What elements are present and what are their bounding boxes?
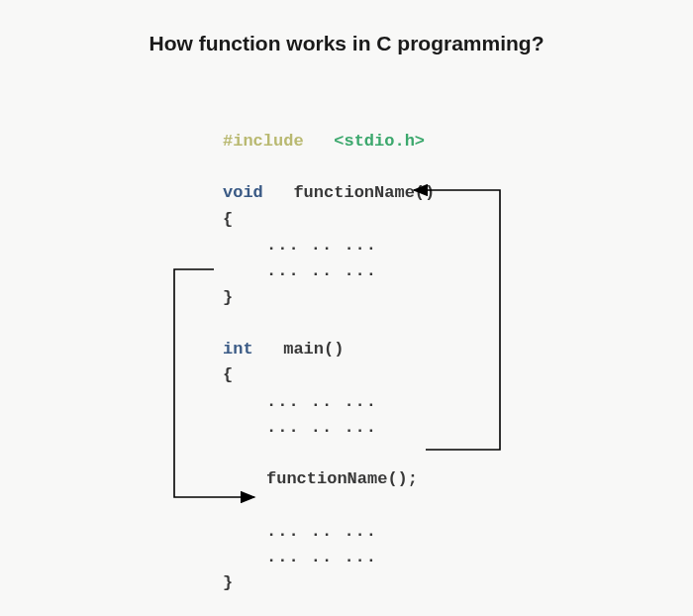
code-line-fn-decl: void functionName() — [223, 180, 435, 206]
code-line-open-brace-1: { — [223, 207, 435, 233]
code-line-main-body-4: ... .. ... — [223, 545, 435, 570]
code-line-fn-call: functionName(); — [223, 466, 435, 492]
code-line-body-1: ... .. ... — [223, 233, 435, 258]
code-line-main-body-1: ... .. ... — [223, 389, 435, 415]
void-keyword: void — [223, 183, 263, 202]
int-keyword: int — [223, 340, 253, 359]
page-title: How function works in C programming? — [0, 32, 693, 55]
code-line-open-brace-2: { — [223, 362, 435, 388]
function-declaration: functionName() — [293, 183, 435, 202]
code-line-body-2: ... .. ... — [223, 258, 435, 284]
include-header: <stdio.h> — [334, 132, 425, 151]
code-block: #include <stdio.h> void functionName() {… — [223, 129, 435, 597]
main-declaration: main() — [283, 340, 344, 359]
code-line-main-decl: int main() — [223, 337, 435, 362]
code-line-close-brace-3: } — [223, 570, 435, 596]
code-line-main-body-3: ... .. ... — [223, 519, 435, 545]
code-line-main-body-2: ... .. ... — [223, 415, 435, 441]
code-line-close-brace-1: } — [223, 285, 435, 311]
code-line-include: #include <stdio.h> — [223, 129, 435, 154]
include-directive: #include — [223, 132, 304, 151]
